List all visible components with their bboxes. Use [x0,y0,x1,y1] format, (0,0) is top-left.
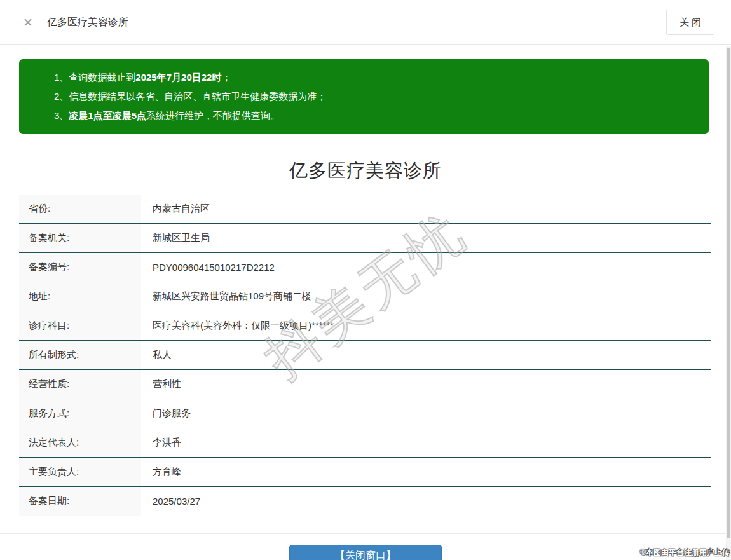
row-label: 主要负责人: [19,458,141,486]
footer: 【关闭窗口】 [0,534,731,560]
row-label: 经营性质: [19,370,141,399]
row-value: 新城区兴安路世贸晶钻109号商铺二楼 [141,282,711,311]
row-label: 法定代表人: [19,428,141,457]
notice-bold-text: 凌晨1点至凌晨5点 [69,110,146,121]
row-label: 省份: [19,195,141,223]
window-header: ✕ 亿多医疗美容诊所 关 闭 [0,0,731,45]
notice-text: 1、查询数据截止到 [54,72,135,83]
row-label: 服务方式: [19,399,141,428]
table-row: 备案日期: 2025/03/27 [19,487,711,516]
table-row: 经营性质: 营利性 [19,370,711,399]
row-label: 备案日期: [19,487,141,516]
row-value: 2025/03/27 [141,487,711,516]
row-value: 门诊服务 [141,399,711,428]
table-row: 省份: 内蒙古自治区 [19,195,711,224]
scrollbar-thumb[interactable] [727,48,730,538]
row-value: 李洪香 [141,428,711,457]
table-row: 法定代表人: 李洪香 [19,428,711,458]
notice-bold-text: 2025年7月20日22时 [135,72,221,83]
row-value: 私人 [141,341,711,369]
row-value: 医疗美容科(美容外科：仅限一级项目)****** [141,311,711,340]
notice-item: 2、信息数据结果以各省、自治区、直辖市卫生健康委数据为准； [54,87,696,106]
close-window-button[interactable]: 【关闭窗口】 [289,545,442,560]
close-button[interactable]: 关 闭 [666,10,714,35]
row-value: 方育峰 [141,458,711,486]
scrollbar-track[interactable] [726,46,731,560]
row-label: 备案机关: [19,224,141,252]
table-row: 备案编号: PDY00960415010217D2212 [19,253,711,282]
info-table: 省份: 内蒙古自治区 备案机关: 新城区卫生局 备案编号: PDY0096041… [19,195,711,516]
close-x-icon[interactable]: ✕ [23,17,33,29]
notice-text: ； [221,72,231,83]
row-value: 新城区卫生局 [141,224,711,252]
notice-text: 2、信息数据结果以各省、自治区、直辖市卫生健康委数据为准； [54,91,326,102]
notice-box: 1、查询数据截止到2025年7月20日22时； 2、信息数据结果以各省、自治区、… [19,59,709,134]
table-row: 诊疗科目: 医疗美容科(美容外科：仅限一级项目)****** [19,311,711,341]
window-title: 亿多医疗美容诊所 [47,16,128,29]
row-value: 内蒙古自治区 [141,195,711,223]
notice-text: 3、 [54,110,69,121]
table-row: 备案机关: 新城区卫生局 [19,224,711,253]
row-label: 备案编号: [19,253,141,282]
table-row: 所有制形式: 私人 [19,341,711,370]
table-row: 地址: 新城区兴安路世贸晶钻109号商铺二楼 [19,282,711,311]
table-row: 主要负责人: 方育峰 [19,458,711,487]
row-value: PDY00960415010217D2212 [141,253,711,282]
notice-item: 3、凌晨1点至凌晨5点系统进行维护，不能提供查询。 [54,106,696,125]
copyright-watermark: ©本图由平台注册用户上传 [640,547,730,558]
row-label: 所有制形式: [19,341,141,369]
notice-text: 系统进行维护，不能提供查询。 [146,110,280,121]
page-title: 亿多医疗美容诊所 [0,158,731,184]
notice-item: 1、查询数据截止到2025年7月20日22时； [54,68,696,87]
table-row: 服务方式: 门诊服务 [19,399,711,428]
row-label: 诊疗科目: [19,311,141,340]
row-label: 地址: [19,282,141,311]
row-value: 营利性 [141,370,711,399]
